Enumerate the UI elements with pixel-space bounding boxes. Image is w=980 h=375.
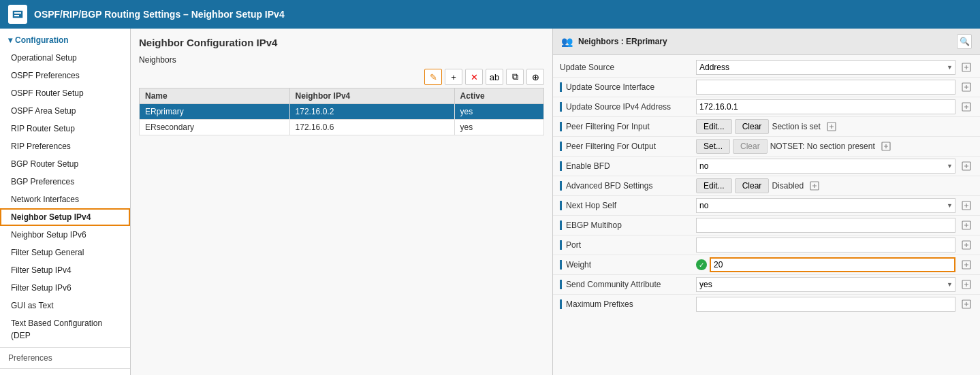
rename-button[interactable]: ab [486, 69, 503, 85]
svg-rect-0 [12, 10, 23, 18]
action-btn-weight[interactable] [960, 258, 973, 272]
action-btn-enable-bfd[interactable] [960, 159, 973, 173]
indicator-update-source-interface [560, 82, 562, 92]
select-wrapper-update-source: Address Interface ▼ [696, 60, 955, 75]
action-btn-port[interactable] [960, 238, 973, 252]
indicator-update-source-ipv4 [560, 102, 562, 112]
input-update-source-interface[interactable] [696, 80, 955, 95]
input-ebgp-multihop[interactable] [696, 218, 955, 233]
right-panel-title: Neighbors : ERprimary [578, 37, 667, 46]
sidebar-item-operational-setup[interactable]: Operational Setup [0, 49, 130, 67]
indicator-port [560, 240, 562, 250]
indicator-advanced-bfd [560, 181, 562, 191]
right-panel: 👥 Neighbors : ERprimary 🔍 Update Source … [553, 29, 980, 375]
input-max-prefixes[interactable] [696, 297, 955, 312]
table-row-erprimary[interactable]: ERprimary 172.16.0.2 yes [140, 104, 544, 120]
peer-filtering-input-status: Section is set [772, 122, 820, 131]
select-enable-bfd[interactable]: no yes [696, 159, 955, 174]
clear-advanced-bfd-button[interactable]: Clear [735, 178, 770, 193]
indicator-ebgp-multihop [560, 221, 562, 230]
title-bar: OSPF/RIP/BGP Routing Settings – Neighbor… [0, 0, 980, 29]
right-panel-header-left: 👥 Neighbors : ERprimary [561, 36, 667, 47]
sidebar-item-ospf-router-setup[interactable]: OSPF Router Setup [0, 84, 130, 102]
sidebar-item-ospf-area-setup[interactable]: OSPF Area Setup [0, 102, 130, 120]
form-section: Update Source Address Interface ▼ [553, 55, 980, 316]
form-row-peer-filtering-output: Peer Filtering For Output Set... Clear N… [553, 137, 980, 157]
svg-rect-2 [14, 15, 19, 16]
sidebar-item-text-based-config[interactable]: Text Based Configuration (DEP [0, 314, 130, 344]
sidebar-item-rip-preferences[interactable]: RIP Preferences [0, 137, 130, 155]
action-btn-peer-filtering-input[interactable] [825, 120, 838, 133]
sidebar-item-bgp-router-setup[interactable]: BGP Router Setup [0, 155, 130, 173]
sidebar-divider-2 [0, 368, 130, 369]
sidebar-divider [0, 347, 130, 348]
sidebar-item-filter-setup-ipv6[interactable]: Filter Setup IPv6 [0, 279, 130, 297]
sidebar-item-network-interfaces[interactable]: Network Interfaces [0, 191, 130, 208]
action-btn-advanced-bfd[interactable] [808, 179, 821, 193]
action-btn-update-source-ipv4[interactable] [960, 100, 973, 114]
left-panel: Neighbor Configuration IPv4 Neighbors ✎ … [131, 29, 553, 375]
add-button[interactable]: + [445, 69, 462, 85]
sidebar-item-neighbor-setup-ipv4[interactable]: Neighbor Setup IPv4 [0, 208, 130, 226]
input-update-source-ipv4[interactable] [696, 99, 955, 114]
indicator-peer-filtering-input [560, 122, 562, 131]
action-btn-next-hop-self[interactable] [960, 199, 973, 212]
form-row-ebgp-multihop: EBGP Multihop [553, 216, 980, 235]
chevron-down-icon: ▾ [8, 35, 12, 45]
form-row-port: Port [553, 235, 980, 255]
main-layout: ▾ Configuration Operational Setup OSPF P… [0, 29, 980, 375]
sidebar-item-ospf-preferences[interactable]: OSPF Preferences [0, 67, 130, 84]
sidebar-item-gui-as-text[interactable]: GUI as Text [0, 297, 130, 314]
search-button[interactable]: 🔍 [957, 34, 972, 49]
label-peer-filtering-input: Peer Filtering For Input [560, 122, 696, 131]
sidebar-item-bgp-preferences[interactable]: BGP Preferences [0, 173, 130, 191]
action-btn-ebgp-multihop[interactable] [960, 218, 973, 232]
sidebar-item-neighbor-setup-ipv6[interactable]: Neighbor Setup IPv6 [0, 226, 130, 244]
label-advanced-bfd: Advanced BFD Settings [560, 181, 696, 191]
control-weight: ✓ [696, 257, 973, 272]
cell-active-erprimary: yes [454, 104, 543, 120]
control-port [696, 238, 973, 252]
control-enable-bfd: no yes ▼ [696, 159, 973, 174]
advanced-bfd-status: Disabled [772, 181, 804, 191]
delete-button[interactable]: ✕ [465, 69, 483, 85]
edit-advanced-bfd-button[interactable]: Edit... [696, 178, 732, 193]
paste-button[interactable]: ⊕ [526, 69, 544, 85]
select-update-source[interactable]: Address Interface [696, 60, 955, 75]
sidebar-item-filter-setup-ipv4[interactable]: Filter Setup IPv4 [0, 261, 130, 279]
set-peer-filtering-output-button[interactable]: Set... [696, 139, 730, 154]
select-send-community[interactable]: yes no [696, 277, 955, 292]
edit-button[interactable]: ✎ [424, 69, 442, 85]
action-btn-send-community[interactable] [960, 278, 973, 291]
label-peer-filtering-output: Peer Filtering For Output [560, 142, 696, 151]
peer-filtering-output-status: NOTSET: No section present [770, 142, 875, 151]
select-next-hop-self[interactable]: no yes [696, 198, 955, 213]
input-weight[interactable] [710, 257, 955, 272]
label-enable-bfd: Enable BFD [560, 161, 696, 171]
action-btn-update-source-interface[interactable] [960, 80, 973, 94]
control-peer-filtering-input: Edit... Clear Section is set [696, 119, 973, 134]
form-row-update-source-interface: Update Source Interface [553, 78, 980, 97]
col-neighbor-ipv4: Neighbor IPv4 [289, 88, 454, 104]
configuration-section-header[interactable]: ▾ Configuration [0, 29, 130, 49]
action-btn-update-source[interactable] [960, 61, 973, 74]
control-send-community: yes no ▼ [696, 277, 973, 292]
action-btn-peer-filtering-output[interactable] [879, 140, 893, 153]
action-btn-max-prefixes[interactable] [960, 297, 973, 311]
configuration-mode-section[interactable]: ▸ Configuration Mode [0, 372, 130, 375]
edit-peer-filtering-input-button[interactable]: Edit... [696, 119, 732, 134]
col-name: Name [140, 88, 290, 104]
sidebar-preferences[interactable]: Preferences [0, 350, 130, 365]
control-update-source-ipv4 [696, 99, 973, 114]
input-port[interactable] [696, 238, 955, 252]
copy-button[interactable]: ⧉ [506, 69, 524, 85]
clear-peer-filtering-input-button[interactable]: Clear [735, 119, 770, 134]
control-ebgp-multihop [696, 218, 973, 233]
control-advanced-bfd: Edit... Clear Disabled [696, 178, 973, 193]
sidebar-item-rip-router-setup[interactable]: RIP Router Setup [0, 120, 130, 137]
app-icon [8, 5, 27, 24]
sidebar-item-filter-setup-general[interactable]: Filter Setup General [0, 244, 130, 261]
table-row-ersecondary[interactable]: ERsecondary 172.16.0.6 yes [140, 120, 544, 135]
clear-peer-filtering-output-button[interactable]: Clear [733, 139, 768, 154]
content-area: Neighbor Configuration IPv4 Neighbors ✎ … [131, 29, 980, 375]
